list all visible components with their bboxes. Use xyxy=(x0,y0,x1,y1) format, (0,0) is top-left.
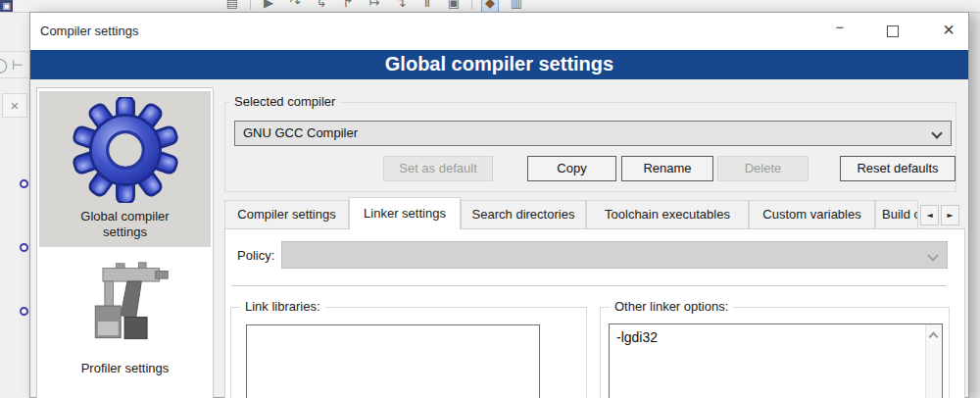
divider xyxy=(231,285,947,286)
tab-build-options[interactable]: Build options xyxy=(875,200,918,228)
tab-compiler-settings[interactable]: Compiler settings xyxy=(224,200,349,228)
close-button[interactable]: × xyxy=(928,13,969,49)
toolbar-separator xyxy=(250,0,251,10)
tab-toolchain-executables[interactable]: Toolchain executables xyxy=(586,200,749,228)
side-toolbar: ◯ ⊢ xyxy=(0,51,29,78)
tab-search-directories[interactable]: Search directories xyxy=(461,200,586,228)
other-linker-options-text: -lgdi32 xyxy=(616,329,658,345)
scrollbar[interactable] xyxy=(925,324,942,398)
set-as-default-button[interactable]: Set as default xyxy=(383,156,493,181)
panel-close-button[interactable]: × xyxy=(2,93,27,118)
scroll-up-icon[interactable] xyxy=(929,332,939,342)
tree-bullet-icon xyxy=(20,179,28,188)
dialog-title: Compiler settings xyxy=(40,24,138,38)
linker-settings-panel: Policy: Link libraries: Other linker opt… xyxy=(224,228,965,398)
link-libraries-list[interactable] xyxy=(246,324,540,398)
settings-category-list: Global compiler settings Profiler settin… xyxy=(36,87,214,398)
page-title: Global compiler settings xyxy=(30,50,968,79)
reset-defaults-button[interactable]: Reset defaults xyxy=(840,156,956,181)
tree-bullet-icon xyxy=(20,307,28,316)
policy-select xyxy=(281,241,948,269)
gear-icon xyxy=(71,97,180,203)
sidebar-item-profiler-settings[interactable]: Profiler settings xyxy=(39,249,211,398)
caliper-icon xyxy=(78,257,172,355)
app-corner-icon: ▣ xyxy=(0,0,13,13)
breakpoint-icon[interactable]: ◯ xyxy=(0,57,8,73)
background-side-panel: ◯ ⊢ × xyxy=(0,13,29,398)
tab-scroll-right-button[interactable]: ► xyxy=(941,205,959,225)
chevron-down-icon xyxy=(927,250,938,261)
maximize-button[interactable] xyxy=(873,13,912,49)
rename-button[interactable]: Rename xyxy=(621,156,713,181)
dialog-titlebar[interactable]: Compiler settings − × xyxy=(30,13,968,50)
compiler-select-value: GNU GCC Compiler xyxy=(243,125,358,140)
tab-linker-settings[interactable]: Linker settings xyxy=(349,197,461,229)
minimize-button[interactable]: − xyxy=(820,13,859,49)
copy-button[interactable]: Copy xyxy=(527,156,616,181)
compiler-settings-dialog: Compiler settings − × Global compiler se… xyxy=(29,12,969,398)
tab-custom-variables[interactable]: Custom variables xyxy=(749,200,875,228)
toolbar-separator xyxy=(471,0,472,10)
sidebar-item-label: Global compiler settings xyxy=(61,209,190,240)
screen: ▤ ▶ ↷ ↳ ↱ ↦ ↴ Ⅱ ▣ ◆ ▥ ▣ ◯ ⊢ × Compiler s… xyxy=(0,0,980,398)
tab-scroll-left-button[interactable]: ◄ xyxy=(920,205,939,225)
link-libraries-group: Link libraries: xyxy=(230,307,587,398)
other-linker-options-input[interactable]: -lgdi32 xyxy=(609,323,943,398)
chevron-down-icon xyxy=(931,127,942,138)
link-libraries-label: Link libraries: xyxy=(240,299,325,314)
delete-button[interactable]: Delete xyxy=(717,156,808,181)
other-linker-options-group: Other linker options: -lgdi32 xyxy=(600,307,950,398)
compiler-select[interactable]: GNU GCC Compiler xyxy=(234,121,952,146)
close-icon: × xyxy=(943,19,955,40)
selected-compiler-group-label: Selected compiler xyxy=(229,94,340,109)
policy-label: Policy: xyxy=(237,248,274,263)
sidebar-item-label: Profiler settings xyxy=(61,361,190,376)
maximize-icon xyxy=(887,25,899,37)
watch-icon[interactable]: ⊢ xyxy=(12,57,24,73)
other-linker-options-label: Other linker options: xyxy=(610,299,733,314)
tree-bullet-icon xyxy=(20,243,28,252)
minimize-icon: − xyxy=(836,19,845,35)
sidebar-item-global-compiler-settings[interactable]: Global compiler settings xyxy=(39,91,211,247)
